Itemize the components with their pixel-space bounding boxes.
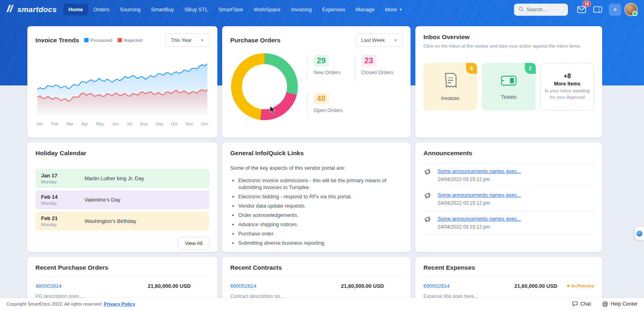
contract-amount: 21,60,000.00 USD bbox=[341, 283, 384, 289]
quick-links-title: General Info/Quick Links bbox=[230, 150, 402, 157]
nav-item-home[interactable]: Home bbox=[63, 4, 88, 15]
closed-orders-value: 23 bbox=[361, 55, 376, 67]
brand-slashes-icon bbox=[6, 5, 14, 14]
chevron-down-icon: ▼ bbox=[200, 38, 204, 42]
announcements-title: Announcements bbox=[423, 150, 594, 157]
month-label: Jun bbox=[112, 121, 119, 126]
new-orders-label: New Orders bbox=[314, 70, 355, 75]
open-orders-value: 48 bbox=[314, 93, 329, 104]
invoices-badge: 6 bbox=[466, 63, 477, 74]
announcement-link[interactable]: Some announcements names goes... bbox=[438, 169, 521, 174]
announcement-link[interactable]: Some announcements names goes... bbox=[438, 192, 521, 198]
tickets-button[interactable] bbox=[591, 4, 605, 16]
privacy-policy-link[interactable]: Privacy Policy bbox=[104, 302, 135, 306]
invoice-trends-filter-select[interactable]: This Year ▼ bbox=[165, 33, 209, 47]
announcement-date: 24/04/2022 03:15:12 pm bbox=[438, 200, 521, 206]
inbox-tile-invoices[interactable]: 6 Invoices bbox=[423, 63, 477, 110]
widget-globe-icon bbox=[636, 231, 642, 237]
nav-item-sbuy-stl[interactable]: SBuy STL bbox=[179, 4, 213, 15]
po-number-link[interactable]: 480002814 bbox=[35, 283, 84, 289]
nav-item-manage[interactable]: Manage bbox=[350, 4, 380, 15]
holiday-date-value: Feb 14 bbox=[41, 194, 85, 200]
user-avatar[interactable] bbox=[624, 3, 638, 16]
holiday-date: Feb 21 Monday bbox=[41, 215, 85, 227]
holiday-date-value: Feb 21 bbox=[41, 215, 85, 221]
holiday-day: Monday bbox=[41, 179, 85, 184]
megaphone-icon bbox=[424, 192, 432, 201]
quick-links-card: General Info/Quick Links Some of the key… bbox=[222, 142, 411, 252]
chat-bubble-icon bbox=[572, 301, 578, 307]
recent-expenses-title: Recent Expenses bbox=[423, 264, 594, 277]
announcement-date: 24/04/2022 03:15:12 pm bbox=[438, 177, 521, 182]
month-label: Jan bbox=[36, 121, 43, 126]
inbox-tile-tickets[interactable]: 2 Tickets bbox=[482, 63, 535, 110]
quick-link-bullet: Order acknowledgements. bbox=[238, 212, 402, 219]
nav-item-smartbuy[interactable]: SmartBuy bbox=[146, 4, 179, 15]
quick-link-bullet: Vendor data update requests. bbox=[238, 203, 402, 210]
expense-number-link[interactable]: 690002814 bbox=[423, 283, 478, 289]
holiday-calendar-card: Holiday Calendar Jan 17 Monday Martin Lu… bbox=[27, 142, 217, 252]
megaphone-icon bbox=[424, 169, 432, 177]
announcements-card: Announcements Some announcements names g… bbox=[415, 142, 602, 252]
po-amount: 21,60,000.00 USD bbox=[148, 283, 191, 289]
legend-rejected-swatch bbox=[118, 38, 122, 42]
invoice-trends-card: Invoice Trends Processed Rejected This Y… bbox=[27, 26, 217, 137]
expense-status-badge: In-Process bbox=[567, 283, 594, 288]
nav-item-expenses[interactable]: Expenses bbox=[317, 4, 350, 15]
quick-links-list: Electronic invoice submissions - this wi… bbox=[238, 177, 402, 247]
quick-link-bullet: Electronic bidding - respond to RFx via … bbox=[238, 193, 402, 200]
nav-item-sourcing[interactable]: Sourcing bbox=[115, 4, 146, 15]
contract-number-link[interactable]: 690002814 bbox=[230, 283, 285, 289]
search-input[interactable] bbox=[526, 7, 564, 12]
chevron-down-icon: ▼ bbox=[394, 38, 397, 42]
page-footer: Copyright SmartDocs 2022. All rights res… bbox=[0, 298, 644, 310]
announcement-link[interactable]: Some announcements names goes... bbox=[438, 216, 521, 222]
purchase-orders-filter-select[interactable]: Last Week ▼ bbox=[356, 33, 402, 47]
top-navbar: smartdocs Home Orders Sourcing SmartBuy … bbox=[0, 0, 644, 19]
nav-item-invoicing[interactable]: Invoicing bbox=[286, 4, 317, 15]
create-new-button[interactable]: + bbox=[609, 4, 621, 16]
invoice-trends-legend: Processed Rejected bbox=[84, 38, 142, 43]
open-orders-label: Open Orders bbox=[314, 108, 355, 113]
holiday-row-mlk[interactable]: Jan 17 Monday Martin Luther king Jr. Day bbox=[35, 169, 209, 188]
chat-link[interactable]: Chat bbox=[572, 301, 591, 307]
tickets-tile-label: Tickets bbox=[501, 94, 516, 100]
month-label: Jul bbox=[127, 121, 132, 126]
invoice-trends-filter-value: This Year bbox=[171, 37, 192, 43]
more-items-text: In your Inbox awaiting for your Approval bbox=[541, 88, 594, 100]
recent-expense-entry: 690002814 Expense title goes here... 21,… bbox=[423, 283, 594, 299]
invoices-tile-label: Invoices bbox=[441, 96, 460, 101]
holiday-date-value: Jan 17 bbox=[41, 173, 85, 179]
month-label: Feb bbox=[51, 121, 58, 126]
expense-status-label: In-Process bbox=[572, 283, 594, 288]
quick-link-bullet: Advance shipping notices. bbox=[238, 221, 402, 228]
brand-logo[interactable]: smartdocs bbox=[6, 5, 57, 14]
inbox-mail-button[interactable]: 16 bbox=[575, 4, 588, 16]
holiday-row-valentines[interactable]: Feb 14 Monday Valentine's Day bbox=[35, 190, 209, 209]
inbox-overview-title: Inbox Overview bbox=[423, 33, 594, 41]
inbox-overview-card: Inbox Overview Click on the Inbox at the… bbox=[415, 26, 602, 137]
help-center-label: Help Center bbox=[611, 301, 638, 307]
quick-links-intro: Some of the key aspects of this vendor p… bbox=[230, 165, 402, 171]
holiday-row-washington[interactable]: Feb 21 Monday Washington's Birthday bbox=[35, 212, 209, 231]
accessibility-widget-button[interactable] bbox=[635, 227, 644, 240]
view-all-button[interactable]: View All bbox=[178, 237, 209, 250]
holiday-day: Monday bbox=[41, 201, 85, 206]
status-dot-icon bbox=[567, 285, 570, 287]
chevron-down-icon: ▼ bbox=[399, 8, 402, 12]
nav-item-workspace[interactable]: WorkSpace bbox=[248, 4, 286, 15]
search-box[interactable] bbox=[514, 4, 568, 16]
more-items-title: More Items bbox=[554, 81, 580, 87]
purchase-orders-card: Purchase Orders Last Week ▼ 29 New Order… bbox=[222, 26, 411, 137]
inbox-tile-more-items[interactable]: +8 More Items In your Inbox awaiting for… bbox=[541, 63, 594, 110]
legend-rejected-label: Rejected bbox=[124, 38, 142, 43]
recent-po-title: Recent Purchase Orders bbox=[35, 264, 209, 277]
invoice-trends-x-axis: Jan Feb Mar Apr May Jun Jul Aug Sep Oct … bbox=[35, 119, 209, 126]
recent-po-entry: 480002814 PO description goes.... 21,60,… bbox=[35, 283, 209, 299]
purchase-orders-donut-chart bbox=[231, 53, 298, 120]
nav-item-orders[interactable]: Orders bbox=[88, 4, 115, 15]
nav-item-more[interactable]: More ▼ bbox=[380, 4, 408, 15]
help-center-link[interactable]: Help Center bbox=[602, 301, 638, 307]
nav-item-smarttask[interactable]: SmartTask bbox=[213, 4, 248, 15]
legend-processed-label: Processed bbox=[91, 38, 112, 43]
